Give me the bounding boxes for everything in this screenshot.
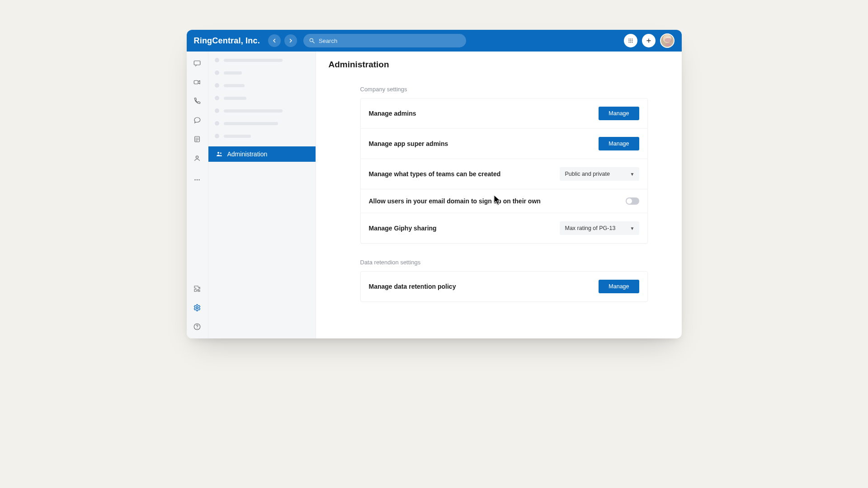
skeleton-row <box>215 70 309 75</box>
row-label: Manage what types of teams can be create… <box>369 170 501 178</box>
puzzle-icon <box>193 285 201 293</box>
row-label: Allow users in your email domain to sign… <box>369 197 541 205</box>
skeleton-row <box>215 83 309 88</box>
chevron-down-icon: ▼ <box>630 226 635 231</box>
svg-point-9 <box>630 42 631 43</box>
nav-forward-button[interactable] <box>284 34 297 47</box>
svg-point-0 <box>310 38 313 42</box>
rail-tasks-button[interactable] <box>191 133 203 145</box>
topbar-right <box>624 33 675 48</box>
admin-icon <box>216 150 223 158</box>
page-title: Administration <box>329 60 669 70</box>
chevron-down-icon: ▼ <box>630 172 635 177</box>
rail-contacts-button[interactable] <box>191 152 203 164</box>
row-retention-policy: Manage data retention policy Manage <box>361 272 647 301</box>
svg-point-10 <box>632 42 632 43</box>
svg-point-8 <box>628 42 629 43</box>
skeleton-row <box>215 121 309 126</box>
svg-point-2 <box>628 39 629 40</box>
svg-point-20 <box>197 328 198 329</box>
rail-help-button[interactable] <box>191 320 203 333</box>
giphy-select[interactable]: Max rating of PG-13 ▼ <box>560 221 639 235</box>
chevron-right-icon <box>288 38 293 43</box>
task-icon <box>193 135 201 143</box>
chat-bubble-icon <box>193 116 201 124</box>
plus-icon <box>646 38 652 44</box>
phone-icon <box>193 97 201 105</box>
rail-settings-button[interactable] <box>191 301 203 314</box>
svg-point-14 <box>196 156 198 158</box>
svg-point-3 <box>630 39 631 40</box>
team-types-select[interactable]: Public and private ▼ <box>560 167 639 181</box>
self-signup-toggle[interactable] <box>626 197 639 205</box>
svg-point-15 <box>194 179 195 180</box>
rail-message-button[interactable] <box>191 57 203 70</box>
retention-settings-card: Manage data retention policy Manage <box>360 271 648 302</box>
rail-extensions-button[interactable] <box>191 282 203 295</box>
sidebar-item-administration[interactable]: Administration <box>208 146 316 162</box>
svg-point-4 <box>632 39 632 40</box>
avatar[interactable] <box>660 33 675 48</box>
video-icon <box>193 78 201 86</box>
row-team-types: Manage what types of teams can be create… <box>361 159 647 189</box>
rail-chat-button[interactable] <box>191 114 203 127</box>
manage-retention-button[interactable]: Manage <box>599 280 639 293</box>
svg-point-5 <box>628 40 629 41</box>
manage-super-admins-button[interactable]: Manage <box>599 137 639 150</box>
svg-rect-11 <box>194 61 200 65</box>
app-window: RingCentral, Inc. <box>187 30 682 338</box>
contact-icon <box>193 154 201 162</box>
more-icon <box>193 176 201 184</box>
chevron-left-icon <box>272 38 277 43</box>
help-icon <box>193 323 201 331</box>
row-label: Manage Giphy sharing <box>369 225 437 232</box>
skeleton-row <box>215 134 309 138</box>
gear-icon <box>193 304 201 312</box>
topbar: RingCentral, Inc. <box>187 30 682 52</box>
row-manage-super-admins: Manage app super admins Manage <box>361 129 647 159</box>
row-giphy: Manage Giphy sharing Max rating of PG-13… <box>361 213 647 243</box>
section-label-retention: Data retendion settings <box>360 259 669 266</box>
nav-arrows <box>268 34 297 47</box>
section-label-company: Company settings <box>360 86 669 93</box>
rail-more-button[interactable] <box>191 174 203 186</box>
row-label: Manage data retention policy <box>369 283 456 290</box>
svg-point-7 <box>632 40 632 41</box>
body: Administration Administration Company se… <box>187 52 682 338</box>
svg-point-21 <box>217 152 219 154</box>
side-panel: Administration <box>208 52 316 338</box>
skeleton-row <box>215 96 309 100</box>
nav-back-button[interactable] <box>268 34 281 47</box>
search-input[interactable] <box>319 38 461 44</box>
rail-phone-button[interactable] <box>191 95 203 108</box>
svg-point-22 <box>220 153 221 154</box>
row-label: Manage app super admins <box>369 140 448 147</box>
row-label: Manage admins <box>369 110 416 117</box>
svg-rect-12 <box>194 80 198 84</box>
message-icon <box>193 59 201 67</box>
side-skeleton-list <box>208 58 316 138</box>
add-button[interactable] <box>642 34 656 47</box>
select-value: Max rating of PG-13 <box>565 225 616 231</box>
search-icon <box>309 38 315 44</box>
row-manage-admins: Manage admins Manage <box>361 99 647 129</box>
select-value: Public and private <box>565 171 610 177</box>
search-field[interactable] <box>303 34 466 47</box>
sidebar-item-label: Administration <box>227 150 268 158</box>
svg-point-6 <box>630 40 631 41</box>
skeleton-row <box>215 58 309 62</box>
brand-title: RingCentral, Inc. <box>194 36 260 46</box>
row-self-signup: Allow users in your email domain to sign… <box>361 189 647 213</box>
content: Administration Company settings Manage a… <box>316 52 682 338</box>
svg-point-16 <box>197 179 198 180</box>
skeleton-row <box>215 108 309 113</box>
dialpad-icon <box>627 38 634 44</box>
company-settings-card: Manage admins Manage Manage app super ad… <box>360 98 648 244</box>
svg-line-1 <box>313 42 315 43</box>
manage-admins-button[interactable]: Manage <box>599 107 639 120</box>
svg-point-17 <box>198 179 199 180</box>
rail-video-button[interactable] <box>191 76 203 89</box>
dialpad-button[interactable] <box>624 34 637 47</box>
icon-rail <box>187 52 208 338</box>
